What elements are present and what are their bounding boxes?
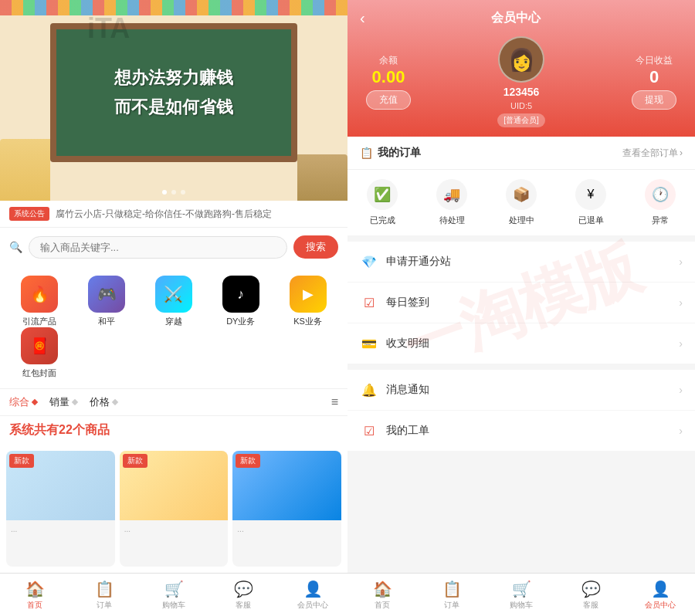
menu-signin[interactable]: ☑ 每日签到 › xyxy=(348,283,695,323)
workorder-icon: ☑ xyxy=(360,421,378,440)
order-processing[interactable]: 📦 处理中 xyxy=(486,179,556,226)
search-button[interactable]: 搜索 xyxy=(293,235,338,259)
cart-icon: 🛒 xyxy=(164,580,184,598)
ita-watermark: iTA xyxy=(87,12,130,45)
order-icon-right: 📋 xyxy=(442,580,462,598)
cat-icon-cross: ⚔️ xyxy=(155,276,192,313)
earnings-amount: 0 xyxy=(649,67,659,87)
right-panel: 一淘模版 ‹ 会员中心 余额 0.00 充值 👩 123456 UID:5 xyxy=(348,0,695,616)
username: 123456 xyxy=(503,86,540,98)
earnings-label: 今日收益 xyxy=(636,54,673,67)
search-input[interactable] xyxy=(29,236,287,259)
abnormal-label: 异常 xyxy=(652,215,669,226)
product-badge-1: 新款 xyxy=(123,454,147,468)
arrow-icon-2: › xyxy=(679,337,683,350)
order-completed[interactable]: ✅ 已完成 xyxy=(348,179,417,226)
filter-comprehensive[interactable]: 综合 xyxy=(9,395,37,409)
member-header: ‹ 会员中心 余额 0.00 充值 👩 123456 UID:5 [普通会员] xyxy=(348,0,695,137)
nav-home-left[interactable]: 🏠 首页 xyxy=(0,574,70,616)
back-button[interactable]: ‹ xyxy=(360,9,365,27)
order-icon: 📋 xyxy=(95,580,114,598)
nav-order-left[interactable]: 📋 订单 xyxy=(70,574,139,616)
notification-label: 消息通知 xyxy=(386,383,679,397)
nav-member-right[interactable]: 👤 会员中心 xyxy=(626,574,695,616)
filter-price[interactable]: 价格 xyxy=(90,395,117,409)
cat-item-4[interactable]: ▶ KS业务 xyxy=(274,276,341,327)
nav-service-right[interactable]: 💬 客服 xyxy=(556,574,626,616)
product-card-1[interactable]: 新款 ... xyxy=(120,451,229,567)
cat-item-0[interactable]: 🔥 引流产品 xyxy=(6,276,73,327)
nav-cart-label: 购物车 xyxy=(162,600,185,611)
service-icon-right: 💬 xyxy=(581,580,601,598)
cart-icon-right: 🛒 xyxy=(512,580,531,598)
nav-cart-left[interactable]: 🛒 购物车 xyxy=(139,574,208,616)
menu-substation[interactable]: 💎 申请开通分站 › xyxy=(348,242,695,283)
nav-home-label: 首页 xyxy=(27,600,42,611)
banner-dots xyxy=(162,190,185,195)
banner: 想办法努力赚钱 而不是如何省钱 xyxy=(0,0,348,201)
nav-home-label-right: 首页 xyxy=(375,600,390,611)
workorder-label: 我的工单 xyxy=(386,424,679,438)
nav-cart-right[interactable]: 🛒 购物车 xyxy=(486,574,556,616)
nav-service-left[interactable]: 💬 客服 xyxy=(208,574,278,616)
filter-diamond-2 xyxy=(112,399,118,405)
filter-sales[interactable]: 销量 xyxy=(49,395,77,409)
view-all-orders[interactable]: 查看全部订单 › xyxy=(622,147,683,160)
order-refund[interactable]: ¥ 已退单 xyxy=(556,179,626,226)
avatar: 👩 xyxy=(498,36,544,83)
order-abnormal[interactable]: 🕐 异常 xyxy=(626,179,695,226)
cat-item-5[interactable]: 🧧 红包封面 xyxy=(6,327,73,379)
cat-item-2[interactable]: ⚔️ 穿越 xyxy=(141,276,208,327)
avatar-section: 👩 123456 UID:5 [普通会员] xyxy=(497,36,545,127)
categories-grid: 🔥 引流产品 🎮 和平 ⚔️ 穿越 ♪ DY业务 ▶ KS业务 🧧 红包封面 xyxy=(0,266,348,388)
earnings-section: 今日收益 0 提现 xyxy=(632,54,676,110)
filter-bar: 综合 销量 价格 ≡ xyxy=(0,388,348,415)
nav-home-right[interactable]: 🏠 首页 xyxy=(348,574,417,616)
left-panel: 想办法努力赚钱 而不是如何省钱 系统公告 腐竹云小店-只做稳定-给你信任-不做跑… xyxy=(0,0,348,616)
diamond-icon: 💎 xyxy=(360,252,378,271)
nav-member-label-left: 会员中心 xyxy=(297,600,328,611)
order-pending[interactable]: 🚚 待处理 xyxy=(417,179,486,226)
menu-section-2: 🔔 消息通知 › ☑ 我的工单 › xyxy=(348,370,695,451)
completed-icon: ✅ xyxy=(367,179,398,210)
banner-text1: 想办法努力赚钱 xyxy=(114,66,233,90)
cat-icon-hot: 🔥 xyxy=(21,276,58,313)
cat-icon-dy: ♪ xyxy=(222,276,259,313)
nav-service-label-right: 客服 xyxy=(583,600,598,611)
nav-order-right[interactable]: 📋 订单 xyxy=(417,574,486,616)
header-top: ‹ 会员中心 xyxy=(360,9,683,27)
list-view-icon[interactable]: ≡ xyxy=(331,395,338,409)
withdraw-button[interactable]: 提现 xyxy=(632,90,676,110)
refund-label: 已退单 xyxy=(578,215,604,226)
menu-finance[interactable]: 💳 收支明细 › xyxy=(348,323,695,364)
banner-dot-1 xyxy=(162,190,167,195)
menu-section-1: 💎 申请开通分站 › ☑ 每日签到 › 💳 收支明细 › xyxy=(348,242,695,364)
bell-icon: 🔔 xyxy=(360,381,378,399)
cat-item-1[interactable]: 🎮 和平 xyxy=(73,276,141,327)
member-content: 📋 我的订单 查看全部订单 › ✅ 已完成 🚚 待处理 xyxy=(348,137,695,573)
filter-diamond-1 xyxy=(72,399,78,405)
recharge-button[interactable]: 充值 xyxy=(366,90,411,110)
balance-label: 余额 xyxy=(379,54,398,67)
banner-dot-3 xyxy=(181,190,185,195)
nav-member-left[interactable]: 👤 会员中心 xyxy=(278,574,348,616)
cat-label-5: 红包封面 xyxy=(22,367,56,379)
menu-workorder[interactable]: ☑ 我的工单 › xyxy=(348,411,695,451)
product-info-0: ... xyxy=(6,520,115,538)
announcement-bar: 系统公告 腐竹云小店-只做稳定-给你信任-不做跑路狗-售后稳定 xyxy=(0,201,348,228)
product-card-0[interactable]: 新款 ... xyxy=(6,451,115,567)
search-icon: 🔍 xyxy=(9,241,22,253)
cat-icon-peace: 🎮 xyxy=(88,276,125,313)
product-card-2[interactable]: 新款 ... xyxy=(232,451,341,567)
home-icon-right: 🏠 xyxy=(373,580,392,598)
announcement-text: 腐竹云小店-只做稳定-给你信任-不做跑路狗-售后稳定 xyxy=(56,208,272,221)
menu-notification[interactable]: 🔔 消息通知 › xyxy=(348,370,695,411)
cat-label-4: KS业务 xyxy=(293,316,322,327)
arrow-icon-4: › xyxy=(679,425,683,437)
cat-item-3[interactable]: ♪ DY业务 xyxy=(207,276,274,327)
card-icon: 💳 xyxy=(360,334,378,353)
nav-order-label-right: 订单 xyxy=(444,600,459,611)
announcement-badge: 系统公告 xyxy=(9,207,49,221)
banner-decorations xyxy=(0,0,348,15)
member-icon-left: 👤 xyxy=(303,580,323,598)
